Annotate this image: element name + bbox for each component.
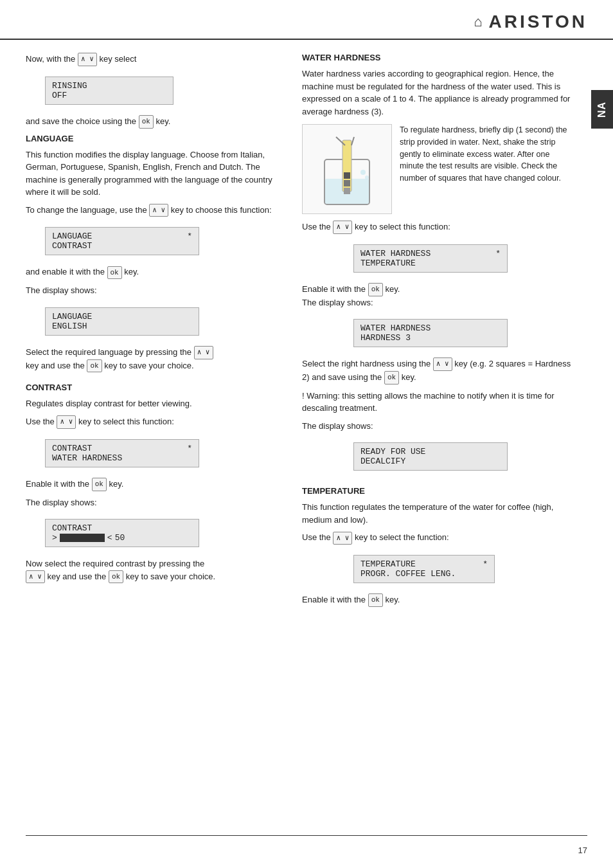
lcd-lang-sel-line1: LANGUAGE * [52,231,192,241]
water-hardness-section: WATER HARDNESS Water hardness varies acc… [302,53,574,476]
hardness-use-text: Use the ∧ ∨ key to select this function: [302,221,574,234]
lcd-rinsing: RINSING OFF [45,71,283,110]
svg-line-7 [351,137,354,145]
contrast-bar [60,534,105,542]
hardness-image [302,124,392,214]
svg-point-9 [365,176,369,179]
contrast-now-text: Now select the required contrast by pres… [26,557,283,583]
hardness-image-section: To regulate hardness, briefly dip (1 sec… [302,124,574,214]
lcd-contrast-select-box: CONTRAST * WATER HARDNESS [45,439,199,467]
lcd-temp-sel-line1: TEMPERATURE * [360,559,488,569]
arrow-key-lang: ∧ ∨ [149,204,168,217]
lcd-hardness-display-box: WATER HARDNESS HARDNESS 3 [353,319,508,347]
logo-text: ARISTON [489,12,588,32]
arrow-key-contrast-now: ∧ ∨ [26,570,45,584]
ok-key-lang-save: ok [87,359,102,373]
contrast-enable-text: Enable it with the ok key. [26,478,283,491]
arrow-key-rinsing: ∧ ∨ [78,53,97,66]
lcd-hardness-disp-line1: WATER HARDNESS [360,323,501,333]
svg-rect-3 [344,172,350,179]
page-header: ⌂ ARISTON [0,0,613,40]
lcd-ready-box: READY FOR USE DECALCIFY [353,442,508,471]
lcd-rinsing-line1: RINSING [52,81,166,91]
lcd-language-display-box: LANGUAGE ENGLISH [45,307,199,336]
lcd-contrast-disp-line2: > < 50 [52,533,192,543]
language-p1: This function modifies the display langu… [26,149,283,199]
right-column: WATER HARDNESS Water hardness varies acc… [302,53,587,612]
lcd-language-select: LANGUAGE * CONTRAST [45,222,283,260]
logo: ⌂ ARISTON [474,12,587,32]
svg-rect-4 [344,180,350,186]
lcd-hardness-disp-line2: HARDNESS 3 [360,333,501,343]
contrast-display-shows: The display shows: [26,496,283,509]
lcd-language-display: LANGUAGE ENGLISH [45,302,283,341]
lcd-rinsing-box: RINSING OFF [45,77,173,105]
contrast-title: CONTRAST [26,383,283,392]
arrow-key-contrast: ∧ ∨ [57,415,76,429]
svg-point-8 [360,170,366,175]
temperature-section: TEMPERATURE This function regulates the … [302,486,574,607]
lang-select-text: Select the required language by pressing… [26,346,283,373]
lcd-contrast-select: CONTRAST * WATER HARDNESS [45,434,283,473]
lcd-hardness-sel-line1: WATER HARDNESS * [360,249,501,258]
arrow-key-lang-select: ∧ ∨ [194,346,213,359]
temperature-title: TEMPERATURE [302,486,574,496]
hardness-select-text: Select the right hardness using the ∧ ∨ … [302,357,574,384]
page-tab: NA [591,90,613,129]
ok-key-hardness-save: ok [384,371,399,384]
lcd-contrast-sel-line2: WATER HARDNESS [52,453,192,463]
arrow-key-hardness: ∧ ∨ [333,221,352,234]
contrast-section: CONTRAST Regulates display contrast for … [26,383,283,583]
main-content: Now, with the ∧ ∨ key select RINSING OFF… [0,40,613,625]
ok-key-hardness-enable: ok [368,283,383,296]
lcd-temp-select-box: TEMPERATURE * PROGR. COFFEE LENG. [353,555,495,583]
temperature-use-text: Use the ∧ ∨ key to select the function: [302,531,574,545]
arrow-key-temp: ∧ ∨ [333,532,352,545]
lcd-contrast-display-box: CONTRAST > < 50 [45,519,199,547]
lcd-ready-line2: DECALCIFY [360,457,501,466]
lcd-rinsing-line2: OFF [52,91,166,100]
lcd-hardness-select: WATER HARDNESS * TEMPERATURE [353,239,574,278]
save-choice-text: and save the choice using the ok key. [26,115,283,129]
lcd-lang-disp-line2: ENGLISH [52,321,192,331]
lcd-temp-select: TEMPERATURE * PROGR. COFFEE LENG. [353,550,574,588]
lang-enable-text: and enable it with the ok key. [26,266,283,279]
hardness-enable-text: Enable it with the ok key. The display s… [302,283,574,309]
lcd-hardness-sel-line2: TEMPERATURE [360,258,501,268]
ok-key-temp-enable: ok [368,593,383,607]
lcd-contrast-disp-line1: CONTRAST [52,523,192,533]
lcd-language-select-box: LANGUAGE * CONTRAST [45,227,199,255]
lcd-lang-sel-line2: CONTRAST [52,241,192,251]
arrow-key-hardness-select: ∧ ∨ [433,357,452,371]
hardness-warning: ! Warning: this setting allows the machi… [302,390,574,415]
ok-key-lang-enable: ok [107,266,122,280]
footer-line [26,835,587,836]
lang-display-shows: The display shows: [26,284,283,297]
water-hardness-p1: Water hardness varies according to geogr… [302,68,574,118]
ok-key-contrast-save: ok [109,570,123,584]
lcd-hardness-select-box: WATER HARDNESS * TEMPERATURE [353,244,508,273]
ok-key-contrast-enable: ok [92,478,107,491]
lcd-ready-line1: READY FOR USE [360,447,501,457]
lcd-lang-disp-line1: LANGUAGE [52,312,192,321]
contrast-p1: Regulates display contrast for better vi… [26,397,283,410]
lcd-ready: READY FOR USE DECALCIFY [353,437,574,476]
language-section: LANGUAGE This function modifies the disp… [26,134,283,373]
temperature-p1: This function regulates the temperature … [302,501,574,526]
svg-rect-5 [344,188,350,194]
rinsing-intro: Now, with the ∧ ∨ key select [26,53,283,66]
hardness-display-shows2: The display shows: [302,420,574,433]
lcd-temp-sel-line2: PROGR. COFFEE LENG. [360,569,488,579]
page-number: 17 [578,845,587,855]
contrast-use-text: Use the ∧ ∨ key to select this function: [26,415,283,429]
water-hardness-title: WATER HARDNESS [302,53,574,62]
lcd-contrast-display: CONTRAST > < 50 [45,514,283,552]
lcd-contrast-sel-line1: CONTRAST * [52,444,192,453]
left-column: Now, with the ∧ ∨ key select RINSING OFF… [26,53,283,612]
hardness-description: To regulate hardness, briefly dip (1 sec… [400,124,574,214]
language-title: LANGUAGE [26,134,283,143]
ok-key-save: ok [139,115,154,129]
language-change-text: To change the language, use the ∧ ∨ key … [26,204,283,217]
logo-house-icon: ⌂ [474,14,482,30]
lcd-hardness-display: WATER HARDNESS HARDNESS 3 [353,314,574,352]
